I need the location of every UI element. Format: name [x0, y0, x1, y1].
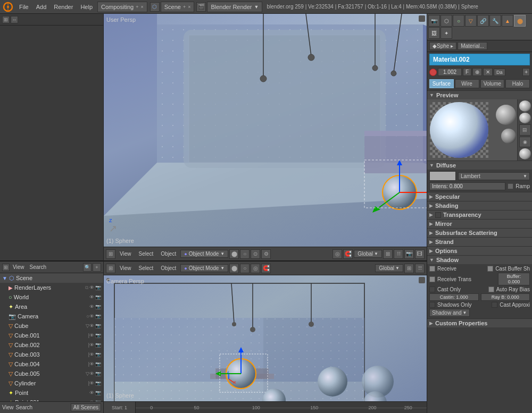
outliner-eye-area[interactable]: 👁	[89, 304, 94, 309]
section-custom-properties[interactable]: ▶ Custom Properties	[427, 318, 532, 327]
prop-icon-modifiers[interactable]: 🔧	[489, 15, 501, 27]
section-strand[interactable]: ▶ Strand	[427, 237, 532, 246]
bvp-grid-icon[interactable]: ⊞	[404, 264, 414, 273]
bvp-mode-dropdown[interactable]: ● Object Mode ▼	[180, 264, 228, 272]
menu-help[interactable]: Help	[77, 0, 96, 14]
tab-compositing-plus[interactable]: +	[136, 4, 138, 10]
outliner-render-renderlayers[interactable]: 📷	[95, 285, 101, 290]
preview-side-sphere2[interactable]	[519, 113, 531, 124]
prop-icon-scene[interactable]: ⬡	[440, 15, 452, 27]
outliner-item-area[interactable]: ✦ Area 👁 📷	[0, 302, 103, 311]
bvp-view-menu[interactable]: View	[117, 265, 135, 271]
section-mirror-triangle[interactable]: ▶	[429, 221, 433, 226]
outliner-item-point001[interactable]: ✦ Point.001 👁 📷	[0, 398, 103, 401]
section-preview-triangle[interactable]: ▼	[429, 92, 434, 98]
outliner-item-point[interactable]: ✦ Point 👁 📷	[0, 388, 103, 398]
bvp-numpad[interactable]: ☷	[415, 264, 425, 273]
vp-select-menu[interactable]: Select	[136, 251, 157, 257]
diffuse-ramp-checkbox[interactable]	[508, 183, 513, 189]
cast-buffer-check[interactable]	[487, 266, 493, 272]
section-subsurface-triangle[interactable]: ▶	[429, 230, 433, 235]
tab-halo[interactable]: Halo	[505, 79, 530, 88]
outliner-render-cylinder[interactable]: 📷	[95, 381, 101, 386]
outliner-scene-row[interactable]: ▼ ⬡ Scene	[0, 273, 103, 283]
outliner-render-camera[interactable]: 📷	[95, 314, 101, 319]
section-subsurface[interactable]: ▶ Subsurface Scattering	[427, 228, 532, 237]
outliner-icon-renderlayers-extra[interactable]: ⧉	[85, 285, 88, 291]
props-extra-btn2[interactable]: ✕	[483, 68, 493, 76]
outliner-eye-world[interactable]: 👁	[89, 294, 94, 300]
vp-camera-icon[interactable]: 📷	[404, 249, 414, 259]
section-specular[interactable]: ▶ Specular	[427, 192, 532, 201]
vp-pivot[interactable]: ⊙	[251, 249, 260, 259]
outliner-search-btn[interactable]: Search	[28, 264, 49, 270]
bvp-shading2[interactable]: ○	[240, 264, 250, 273]
outliner-all-scenes[interactable]: All Scenes	[71, 403, 101, 411]
outliner-render-world[interactable]: 📷	[95, 294, 101, 300]
vp-shading-solid[interactable]: ⬤	[229, 249, 239, 259]
props-extra-btn1[interactable]: ⊕	[472, 68, 482, 76]
buffer-field[interactable]: Buffer: 0.000	[498, 273, 530, 285]
outliner-view-btn[interactable]: View	[11, 264, 27, 270]
rayb-field[interactable]: Ray B: 0.000	[481, 293, 530, 301]
outliner-eye-cube004[interactable]: 👁	[89, 361, 94, 367]
outliner-eye-cube003[interactable]: 👁	[89, 352, 94, 357]
section-diffuse[interactable]: ▼ Diffuse	[427, 161, 532, 170]
bvp-global-dropdown[interactable]: Global ▼	[375, 264, 403, 272]
transparency-checkbox[interactable]	[435, 212, 441, 218]
props-f-btn[interactable]: F	[463, 68, 471, 76]
outliner-render-cube001[interactable]: 📷	[95, 333, 101, 338]
workspace-tab-compositing[interactable]: Compositing + ×	[97, 2, 147, 12]
vp-tools[interactable]: ⚙	[261, 249, 271, 259]
viewport-3d-bottom[interactable]: Camera Persp	[104, 275, 427, 401]
outliner-render-point[interactable]: 📷	[95, 390, 101, 395]
outliner-item-renderlayers[interactable]: ▶ RenderLayers ⧉ 👁 📷	[0, 283, 103, 292]
bvp-object-menu[interactable]: Object	[157, 265, 179, 271]
vp-view-menu[interactable]: View	[117, 251, 135, 257]
outliner-eye-cylinder[interactable]: 👁	[89, 381, 94, 386]
prop-icon-object[interactable]: ▽	[465, 15, 477, 27]
outliner-eye-cube002[interactable]: 👁	[89, 342, 94, 348]
outliner-eye-cube005[interactable]: 👁	[89, 371, 94, 376]
prop-icon-material[interactable]: ⬤	[514, 15, 526, 27]
outliner-eye-point[interactable]: 👁	[89, 390, 94, 395]
viewport-corner-btn-bottom[interactable]	[419, 277, 425, 283]
diffuse-method-dropdown[interactable]: Lambert ▼	[458, 172, 530, 180]
section-options-triangle[interactable]: ▶	[429, 248, 433, 254]
outliner-item-world[interactable]: ○ World 👁 📷	[0, 292, 103, 302]
outliner-eye-renderlayers[interactable]: 👁	[89, 285, 94, 290]
props-path-material[interactable]: Material...	[458, 42, 487, 50]
vp-grid-icon[interactable]: ⊞	[383, 249, 393, 259]
tab-volume[interactable]: Volume	[480, 79, 505, 88]
menu-file[interactable]: File	[16, 0, 32, 14]
scene-selector[interactable]: ⬡ Scene + ×	[150, 2, 195, 12]
vp-mode-dropdown[interactable]: ● Object Mode ▼	[180, 250, 228, 258]
props-num-field[interactable]: 1.002	[438, 68, 462, 76]
prop-icon-world[interactable]: ○	[453, 15, 464, 27]
prop-icon-constraints[interactable]: 🔗	[477, 15, 489, 27]
outliner-item-cylinder[interactable]: ▽ Cylinder | 👁 📷	[0, 378, 103, 388]
section-transparency[interactable]: ▶ Transparency	[427, 210, 532, 219]
prop-icon-render[interactable]: 📷	[428, 15, 440, 27]
outliner-render-cube005[interactable]: 📷	[95, 371, 101, 376]
receive-check[interactable]	[429, 266, 435, 272]
section-custom-triangle[interactable]: ▶	[429, 321, 433, 326]
outliner-render-cube004[interactable]: 📷	[95, 361, 101, 367]
outliner-render-area[interactable]: 📷	[95, 304, 101, 309]
props-add-btn[interactable]: +	[522, 68, 530, 76]
outliner-eye-cube[interactable]: 👁	[89, 323, 94, 328]
outliner-cube-tri[interactable]: ▽	[86, 323, 89, 328]
vp-numpad-icon[interactable]: ☷	[394, 249, 403, 259]
preview-side-sphere1[interactable]	[519, 100, 531, 112]
tab-wire[interactable]: Wire	[455, 79, 479, 88]
viewport-3d-top[interactable]: User Persp	[104, 14, 427, 247]
recv-trans-check[interactable]	[429, 276, 435, 282]
bvp-icon-type[interactable]: ⊞	[106, 264, 115, 273]
tab-compositing-close[interactable]: ×	[140, 4, 143, 10]
outliner-eye-camera[interactable]: 👁	[89, 314, 94, 319]
outliner-search-tab[interactable]: Search	[16, 404, 33, 410]
menu-add[interactable]: Add	[33, 0, 50, 14]
bvp-shading1[interactable]: ⬤	[229, 264, 239, 273]
vp-icon-type[interactable]: ⊞	[106, 249, 115, 259]
section-shading-triangle[interactable]: ▶	[429, 203, 433, 208]
